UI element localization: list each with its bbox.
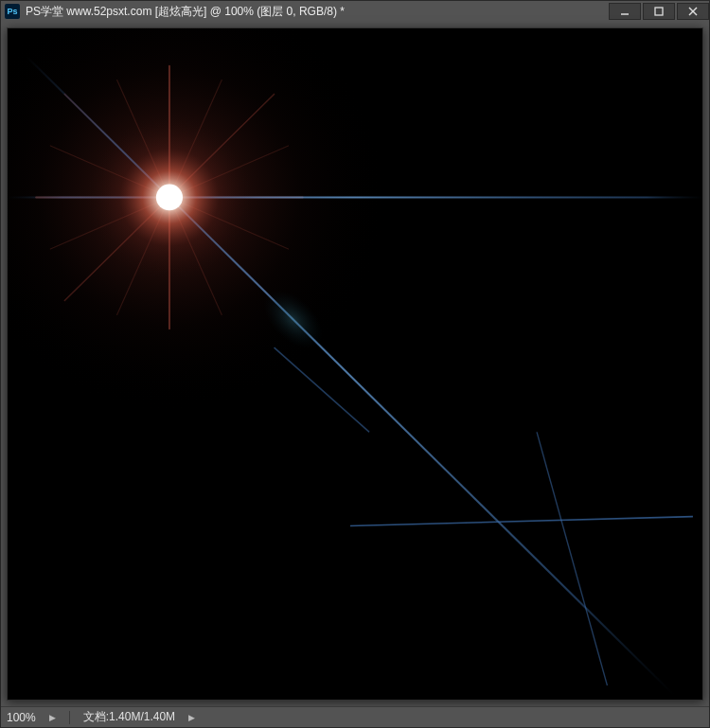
doc-arrow-icon[interactable]: ▶ bbox=[188, 713, 195, 722]
svg-point-20 bbox=[156, 185, 183, 211]
titlebar: Ps PS学堂 www.52psxt.com [超炫高光] @ 100% (图层… bbox=[1, 1, 709, 22]
lens-flare-artwork bbox=[8, 28, 702, 700]
separator bbox=[69, 711, 70, 724]
close-button[interactable] bbox=[677, 3, 709, 20]
statusbar: 100% ▶ 文档:1.40M/1.40M ▶ bbox=[1, 706, 709, 727]
zoom-arrow-icon[interactable]: ▶ bbox=[49, 713, 56, 722]
doc-size: 1.40M/1.40M bbox=[109, 710, 175, 723]
canvas-border bbox=[7, 27, 703, 701]
window-controls bbox=[607, 3, 709, 20]
svg-rect-1 bbox=[655, 8, 663, 15]
maximize-button[interactable] bbox=[643, 3, 675, 20]
minimize-button[interactable] bbox=[609, 3, 641, 20]
document-canvas[interactable] bbox=[8, 28, 702, 700]
app-abbr: Ps bbox=[7, 7, 17, 16]
doc-info: 文档:1.40M/1.40M bbox=[83, 709, 175, 725]
zoom-level[interactable]: 100% bbox=[7, 711, 36, 724]
window-title: PS学堂 www.52psxt.com [超炫高光] @ 100% (图层 0,… bbox=[26, 4, 607, 20]
canvas-area bbox=[1, 22, 709, 706]
svg-line-15 bbox=[275, 347, 370, 432]
svg-line-18 bbox=[537, 432, 607, 685]
doc-label: 文档: bbox=[83, 710, 109, 723]
photoshop-icon: Ps bbox=[5, 4, 20, 19]
app-window: Ps PS学堂 www.52psxt.com [超炫高光] @ 100% (图层… bbox=[0, 0, 710, 728]
svg-line-17 bbox=[350, 517, 693, 526]
